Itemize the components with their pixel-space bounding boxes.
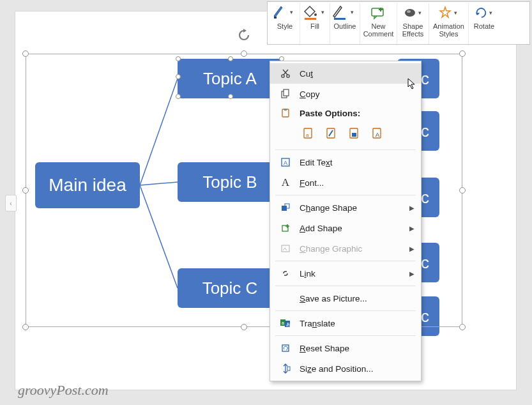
size-position-icon [278,363,293,374]
svg-text:a: a [282,321,284,325]
menu-separator [275,335,416,336]
paste-use-dest-button[interactable] [323,125,340,142]
svg-text:A: A [376,132,379,138]
style-button[interactable]: ▾ Style [270,3,300,44]
menu-change-graphic: Change Graphic ▶ [270,238,421,259]
add-shape-icon [278,223,293,233]
shape-effects-button[interactable]: ▾ Shape Effects [397,3,429,44]
menu-cut[interactable]: Cut [270,63,421,84]
reset-shape-icon [278,343,293,353]
menu-copy-label: Copy [300,89,414,99]
submenu-arrow-icon: ▶ [409,225,414,232]
edit-text-label: Edit Text [300,158,414,167]
new-comment-label: New Comment [363,22,394,38]
shape-handle[interactable] [176,94,181,99]
svg-point-19 [287,75,289,77]
shape-handle[interactable] [176,74,181,79]
svg-point-2 [314,13,317,16]
submenu-arrow-icon: ▶ [409,270,414,277]
shape-handle[interactable] [228,94,233,99]
menu-link[interactable]: Link ▶ [270,263,421,284]
paste-icon [278,108,293,118]
resize-handle[interactable] [241,324,247,330]
link-label: Link [300,269,409,279]
svg-rect-3 [305,18,316,20]
resize-handle[interactable] [459,50,466,57]
font-label: Font... [300,178,414,188]
rotate-button[interactable]: ▾ Rotate [469,3,499,44]
shape-effects-icon: ▾ [401,4,425,21]
context-menu: Cut Copy Paste Options: a A A Edit Text … [270,61,422,381]
comment-icon [367,4,391,21]
shape-handle[interactable] [228,56,233,61]
resize-handle[interactable] [459,187,466,194]
outline-icon: ▾ [333,4,357,21]
style-icon: ▾ [273,4,297,21]
submenu-arrow-icon: ▶ [409,204,414,211]
add-shape-label: Add Shape [300,224,409,233]
menu-add-shape[interactable]: Add Shape ▶ [270,218,421,238]
svg-text:▾: ▾ [489,10,492,16]
menu-separator [275,310,416,311]
paste-picture-button[interactable] [346,125,363,142]
menu-edit-text[interactable]: A Edit Text [270,152,421,172]
svg-rect-47 [287,367,290,371]
save-as-picture-label: Save as Picture... [300,294,414,303]
resize-handle[interactable] [22,324,29,330]
menu-reset-shape[interactable]: Reset Shape [270,338,421,358]
svg-rect-0 [274,17,277,19]
svg-text:▾: ▾ [321,9,324,15]
menu-font[interactable]: A Font... [270,172,421,193]
menu-separator [275,149,416,150]
menu-separator [275,195,416,195]
mouse-cursor-icon [407,78,416,89]
link-icon [278,268,293,279]
svg-line-21 [283,70,287,75]
svg-rect-5 [334,18,346,20]
svg-rect-23 [284,89,289,96]
watermark-text: groovyPost.com [18,382,109,399]
svg-rect-30 [352,133,356,137]
rotate-label: Rotate [474,22,494,30]
shape-effects-label: Shape Effects [402,22,423,38]
outline-button[interactable]: ▾ Outline [330,3,360,44]
svg-point-11 [407,10,411,13]
size-position-label: Size and Position... [300,364,414,374]
collapse-handle[interactable]: ‹ [5,195,17,211]
resize-handle[interactable] [459,324,466,330]
menu-save-as-picture[interactable]: Save as Picture... [270,288,421,309]
rotate-icon: ▾ [472,4,496,21]
svg-text:▾: ▾ [290,9,293,15]
translate-icon: aあ [278,318,293,328]
svg-point-18 [282,75,284,77]
animation-styles-button[interactable]: ▾ Animation Styles [429,3,469,44]
paste-text-only-button[interactable]: A [369,125,386,142]
shape-handle[interactable] [176,56,181,61]
rotate-handle[interactable] [235,26,253,44]
menu-change-shape[interactable]: Change Shape ▶ [270,197,421,218]
resize-handle[interactable] [22,50,29,57]
svg-text:A: A [284,160,287,166]
shape-mini-toolbar: ▾ Style ▾ Fill ▾ Outline New Comment ▾ S… [267,1,530,45]
resize-handle[interactable] [22,187,29,194]
change-shape-icon [278,202,293,213]
submenu-arrow-icon: ▶ [409,245,414,252]
svg-text:あ: あ [286,322,291,327]
menu-copy[interactable]: Copy [270,84,421,104]
change-shape-label: Change Shape [300,203,409,213]
menu-size-position[interactable]: Size and Position... [270,358,421,379]
paste-keep-source-button[interactable]: a [300,125,317,142]
font-icon: A [278,176,293,189]
new-comment-button[interactable]: New Comment [360,3,397,44]
svg-text:▾: ▾ [454,10,457,16]
paste-options-label: Paste Options: [300,109,414,118]
fill-button[interactable]: ▾ Fill [300,3,330,44]
resize-handle[interactable] [241,50,247,57]
animation-icon: ▾ [437,4,461,21]
menu-paste-options: Paste Options: [270,104,421,122]
cut-icon [278,68,293,79]
fill-label: Fill [310,22,319,30]
menu-translate[interactable]: aあ Translate [270,313,421,333]
edit-text-icon: A [278,157,293,167]
outline-label: Outline [334,22,356,30]
